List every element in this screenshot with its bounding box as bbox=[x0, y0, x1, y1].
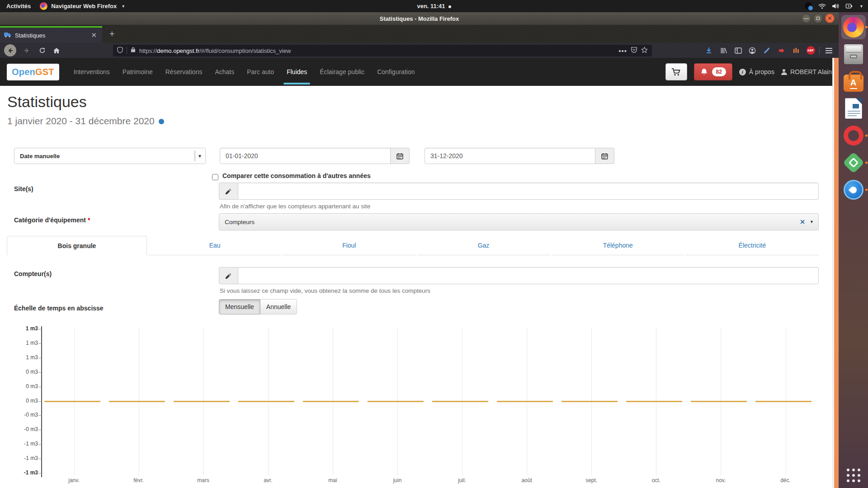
new-tab-button[interactable]: ＋ bbox=[108, 28, 116, 39]
app-blue-dock-icon[interactable] bbox=[841, 178, 866, 202]
user-menu[interactable]: ROBERT Alain bbox=[781, 68, 832, 75]
wifi-icon[interactable] bbox=[818, 3, 826, 9]
y-tick-mark bbox=[38, 372, 42, 373]
nav-item-patrimoine[interactable]: Patrimoine bbox=[116, 58, 159, 86]
extension-red-icon[interactable] bbox=[776, 43, 787, 58]
close-button[interactable]: ✕ bbox=[825, 14, 835, 23]
maximize-button[interactable] bbox=[813, 14, 823, 23]
app-indicator-icon[interactable] bbox=[805, 2, 812, 10]
app-green-dock-icon[interactable] bbox=[841, 150, 866, 175]
nav-item-configuration[interactable]: Configuration bbox=[371, 58, 421, 86]
meters-group bbox=[219, 267, 819, 284]
y-tick-mark bbox=[38, 358, 42, 358]
date-mode-select[interactable]: Date manuelle ▼ bbox=[14, 148, 206, 164]
compare-years-checkbox[interactable] bbox=[212, 174, 218, 180]
y-tick-mark bbox=[38, 343, 42, 344]
chevron-down-icon: ▼ bbox=[810, 220, 814, 224]
tracking-shield-icon[interactable] bbox=[117, 47, 123, 55]
firefox-window: Statistiques - Mozilla Firefox — ✕ Stati… bbox=[0, 12, 839, 488]
battery-icon[interactable] bbox=[845, 4, 853, 9]
tab-bar: Statistiques ✕ ＋ bbox=[0, 25, 839, 43]
titlebar[interactable]: Statistiques - Mozilla Firefox — ✕ bbox=[0, 12, 839, 25]
opera-dock-icon[interactable] bbox=[841, 123, 866, 148]
download-icon[interactable] bbox=[703, 43, 714, 58]
url-text[interactable]: https://demo.opengst.fr/#/fluid/consumpt… bbox=[139, 47, 615, 54]
firefox-icon bbox=[40, 2, 47, 10]
fluid-tab-bois-granule[interactable]: Bois granule bbox=[7, 236, 147, 255]
start-date-input[interactable] bbox=[220, 148, 391, 164]
scale-button-mensuelle[interactable]: Mensuelle bbox=[219, 299, 260, 314]
system-status-area[interactable]: ▼ bbox=[805, 0, 863, 12]
bell-icon bbox=[700, 68, 708, 76]
fluid-tab-telephone[interactable]: Téléphone bbox=[552, 236, 684, 255]
notifications-button[interactable]: 82 bbox=[694, 63, 732, 80]
end-date-input[interactable] bbox=[425, 148, 595, 164]
home-button[interactable] bbox=[51, 43, 62, 58]
category-select[interactable]: Compteurs ✕ ▼ bbox=[219, 213, 819, 230]
back-button[interactable] bbox=[4, 44, 16, 56]
y-tick-label: -0 m3 bbox=[6, 412, 38, 418]
clock[interactable]: ven. 11:41 bbox=[417, 3, 445, 9]
pocket-icon[interactable] bbox=[631, 47, 637, 55]
url-bar[interactable]: https://demo.opengst.fr/#/fluid/consumpt… bbox=[113, 45, 652, 56]
ubuntu-software-dock-icon[interactable]: A bbox=[841, 69, 866, 94]
scale-button-annuelle[interactable]: Annuelle bbox=[260, 299, 297, 314]
calendar-addon[interactable] bbox=[391, 148, 410, 164]
desktop: Activités Navigateur Web Firefox ▼ ven. … bbox=[0, 0, 868, 488]
sites-input[interactable] bbox=[238, 183, 819, 200]
nav-item-interventions[interactable]: Interventions bbox=[67, 58, 116, 86]
scrollbar-thumb[interactable] bbox=[834, 58, 839, 488]
running-indicator-dot bbox=[865, 26, 868, 28]
navigation-toolbar: https://demo.opengst.fr/#/fluid/consumpt… bbox=[0, 43, 839, 58]
y-tick-label: -0 m3 bbox=[6, 426, 38, 432]
activities-button[interactable]: Activités bbox=[6, 3, 31, 9]
user-icon bbox=[781, 69, 787, 75]
tab-close-icon[interactable]: ✕ bbox=[90, 31, 98, 39]
fluid-tab-gaz[interactable]: Gaz bbox=[417, 236, 550, 255]
nav-item-reservations[interactable]: Réservations bbox=[159, 58, 209, 86]
menu-icon[interactable] bbox=[823, 43, 835, 58]
sidebar-icon[interactable] bbox=[733, 43, 744, 58]
calendar-addon[interactable] bbox=[595, 148, 614, 164]
nav-item-eclairage-public[interactable]: Éclairage public bbox=[313, 58, 371, 86]
about-link[interactable]: i À propos bbox=[739, 68, 774, 75]
clear-addon[interactable] bbox=[219, 267, 238, 284]
show-applications-grid-icon[interactable] bbox=[847, 469, 860, 482]
nav-item-parc-auto[interactable]: Parc auto bbox=[241, 58, 280, 86]
app-menu-button[interactable]: Navigateur Web Firefox ▼ bbox=[40, 2, 125, 10]
page-actions-ellipsis-icon[interactable]: ••• bbox=[618, 47, 627, 55]
bookmark-star-icon[interactable] bbox=[641, 47, 648, 55]
x-tick-label: nov. bbox=[700, 477, 741, 483]
library-icon[interactable] bbox=[718, 43, 729, 58]
clear-addon[interactable] bbox=[219, 183, 238, 200]
x-tick-label: déc. bbox=[765, 477, 806, 483]
clear-x-icon[interactable]: ✕ bbox=[800, 218, 805, 225]
fluid-tab-eau[interactable]: Eau bbox=[148, 236, 281, 255]
start-date-group bbox=[220, 148, 410, 164]
page-title: Statistiques bbox=[7, 93, 87, 111]
nav-item-achats[interactable]: Achats bbox=[208, 58, 241, 86]
y-tick-label: 0 m3 bbox=[6, 398, 38, 404]
forward-button[interactable] bbox=[21, 43, 33, 58]
page-subtitle: 1 janvier 2020 - 31 décembre 2020 bbox=[7, 116, 164, 127]
nav-item-fluides[interactable]: Fluides bbox=[280, 58, 313, 86]
cart-button[interactable] bbox=[665, 63, 687, 80]
reload-button[interactable] bbox=[36, 43, 48, 58]
highlighter-icon[interactable] bbox=[761, 43, 772, 58]
app-navbar: OpenGST InterventionsPatrimoineRéservati… bbox=[0, 58, 839, 86]
volume-icon[interactable] bbox=[832, 3, 840, 9]
lock-icon[interactable] bbox=[131, 47, 136, 55]
fluid-tab-electricite[interactable]: Électricité bbox=[686, 236, 819, 255]
adblock-plus-icon[interactable]: ABP bbox=[805, 43, 816, 58]
minimize-button[interactable]: — bbox=[802, 14, 811, 23]
tab-statistiques[interactable]: Statistiques ✕ bbox=[0, 26, 102, 43]
extension-orange-icon[interactable] bbox=[791, 43, 802, 58]
fluid-tab-fioul[interactable]: Fioul bbox=[283, 236, 415, 255]
account-icon[interactable] bbox=[747, 43, 758, 58]
libreoffice-writer-dock-icon[interactable] bbox=[841, 96, 866, 121]
caret-down-icon[interactable]: ▼ bbox=[859, 4, 863, 9]
meters-input[interactable] bbox=[238, 267, 819, 284]
opengst-logo[interactable]: OpenGST bbox=[7, 64, 59, 80]
firefox-dock-icon[interactable] bbox=[841, 15, 866, 39]
file-manager-dock-icon[interactable] bbox=[841, 42, 866, 66]
